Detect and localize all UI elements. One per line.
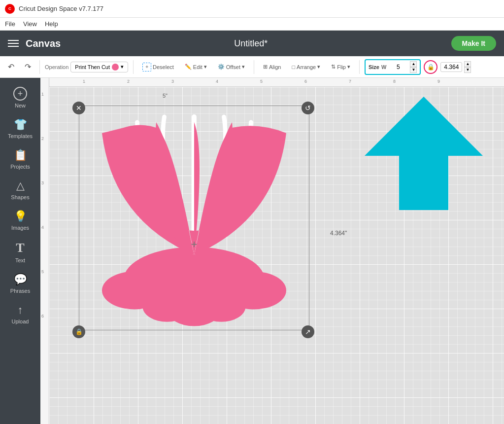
canvas-area[interactable]: 1 2 3 4 5 6 1 2 3 4 5 6 7 8 9 5" ✕ bbox=[40, 78, 504, 424]
menu-file[interactable]: File bbox=[5, 20, 15, 28]
menu-view[interactable]: View bbox=[23, 20, 37, 28]
arrow-image[interactable] bbox=[365, 97, 483, 210]
shell-image[interactable] bbox=[83, 111, 305, 328]
sidebar-projects-label: Projects bbox=[10, 164, 30, 170]
projects-icon: 📋 bbox=[14, 149, 27, 162]
main-area: + New 👕 Templates 📋 Projects △ Shapes 💡 … bbox=[0, 78, 504, 424]
header: Canvas Untitled* Make It bbox=[0, 31, 504, 56]
sidebar-phrases-label: Phrases bbox=[10, 288, 30, 294]
sidebar-text-label: Text bbox=[15, 257, 25, 263]
size-w-spinner[interactable]: ▲ ▼ bbox=[410, 61, 417, 73]
sidebar-item-phrases[interactable]: 💬 Phrases bbox=[0, 268, 40, 299]
width-label: 5" bbox=[163, 93, 168, 99]
align-icon: ⊞ bbox=[263, 64, 268, 70]
sidebar-item-text[interactable]: T Text bbox=[0, 236, 40, 268]
ruler-top: 1 2 3 4 5 6 7 8 9 bbox=[49, 78, 504, 87]
size-w-input[interactable] bbox=[388, 64, 408, 71]
undo-button[interactable]: ↶ bbox=[4, 60, 18, 74]
sidebar-images-label: Images bbox=[11, 225, 29, 231]
lock-ratio-button[interactable]: 🔒 bbox=[424, 60, 437, 74]
offset-icon: ⚙️ bbox=[218, 64, 225, 70]
hamburger-menu[interactable] bbox=[8, 40, 19, 47]
phrases-icon: 💬 bbox=[14, 273, 27, 286]
flip-button[interactable]: ⇅ Flip ▾ bbox=[327, 62, 354, 71]
sidebar: + New 👕 Templates 📋 Projects △ Shapes 💡 … bbox=[0, 78, 40, 424]
dimension-label: 4.364" bbox=[330, 230, 347, 237]
sidebar-upload-label: Upload bbox=[12, 318, 29, 324]
svg-point-6 bbox=[197, 291, 246, 322]
toolbar-divider-1 bbox=[39, 60, 40, 74]
sidebar-new-label: New bbox=[15, 103, 26, 108]
menu-help[interactable]: Help bbox=[45, 20, 58, 28]
sidebar-item-templates[interactable]: 👕 Templates bbox=[0, 113, 40, 144]
operation-label: Operation bbox=[45, 64, 68, 70]
ruler-left: 1 2 3 4 5 6 bbox=[40, 78, 49, 424]
toolbar-divider-4 bbox=[359, 60, 360, 74]
size-h-input[interactable] bbox=[440, 62, 462, 72]
toolbar-divider-3 bbox=[254, 60, 254, 74]
app-logo: C bbox=[5, 4, 15, 14]
operation-group: Operation Print Then Cut ▾ bbox=[45, 62, 128, 72]
canvas-grid[interactable]: 5" ✕ ↺ 🔒 ↗ bbox=[49, 87, 504, 424]
menubar: File View Help bbox=[0, 18, 504, 31]
edit-icon: ✏️ bbox=[185, 64, 192, 70]
sidebar-shapes-label: Shapes bbox=[11, 194, 29, 200]
new-icon: + bbox=[13, 87, 27, 101]
align-button[interactable]: ⊞ Align bbox=[259, 62, 285, 71]
size-group: Size W ▲ ▼ bbox=[365, 59, 421, 75]
sidebar-templates-label: Templates bbox=[8, 133, 33, 139]
sidebar-item-upload[interactable]: ↑ Upload bbox=[0, 299, 40, 329]
arrange-button[interactable]: □ Arrange ▾ bbox=[288, 62, 324, 71]
shapes-icon: △ bbox=[16, 179, 25, 192]
size-h-spinner[interactable]: ▲ ▼ bbox=[464, 61, 471, 73]
toolbar: ↶ ↷ Operation Print Then Cut ▾ + Deselec… bbox=[0, 56, 504, 78]
sidebar-item-shapes[interactable]: △ Shapes bbox=[0, 175, 40, 205]
arrange-icon: □ bbox=[292, 64, 295, 70]
document-title: Untitled* bbox=[234, 38, 268, 49]
edit-button[interactable]: ✏️ Edit ▾ bbox=[181, 62, 211, 71]
upload-icon: ↑ bbox=[18, 304, 23, 317]
images-icon: 💡 bbox=[14, 210, 27, 223]
text-icon: T bbox=[16, 241, 24, 255]
deselect-button[interactable]: + Deselect bbox=[138, 61, 178, 73]
operation-swatch bbox=[112, 64, 119, 71]
size-w-label: W bbox=[381, 64, 386, 70]
sidebar-item-projects[interactable]: 📋 Projects bbox=[0, 144, 40, 175]
operation-select[interactable]: Print Then Cut ▾ bbox=[70, 62, 128, 72]
app-name: Cricut Design Space v7.7.177 bbox=[19, 5, 103, 12]
size-label: Size bbox=[369, 64, 379, 70]
size-h-group: ▲ ▼ bbox=[440, 61, 471, 73]
sidebar-item-images[interactable]: 💡 Images bbox=[0, 205, 40, 236]
offset-button[interactable]: ⚙️ Offset ▾ bbox=[214, 62, 249, 71]
canvas-label: Canvas bbox=[26, 38, 61, 49]
deselect-icon: + bbox=[142, 63, 151, 71]
redo-button[interactable]: ↷ bbox=[21, 60, 34, 74]
svg-marker-9 bbox=[365, 97, 483, 210]
toolbar-divider-2 bbox=[133, 60, 134, 74]
flip-icon: ⇅ bbox=[331, 64, 336, 70]
templates-icon: 👕 bbox=[14, 118, 27, 131]
titlebar: C Cricut Design Space v7.7.177 bbox=[0, 0, 504, 18]
make-it-button[interactable]: Make It bbox=[451, 36, 496, 51]
sidebar-item-new[interactable]: + New bbox=[0, 82, 40, 113]
